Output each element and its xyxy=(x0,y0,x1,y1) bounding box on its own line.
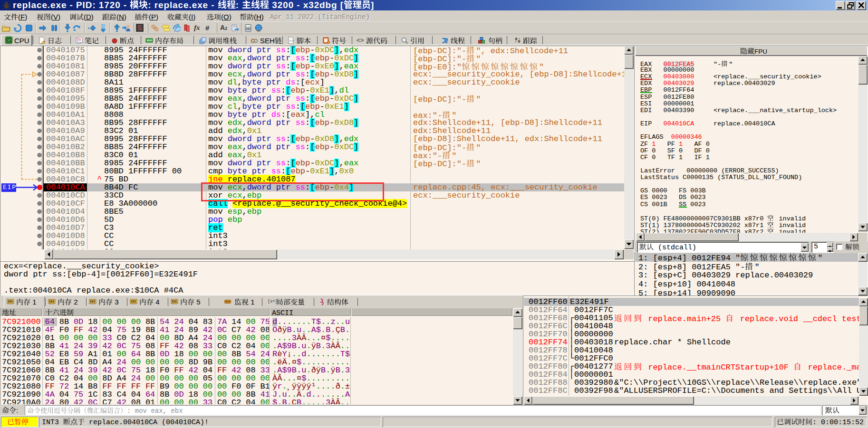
svg-text:<>: <> xyxy=(289,38,294,43)
svg-text:32: 32 xyxy=(7,38,11,42)
